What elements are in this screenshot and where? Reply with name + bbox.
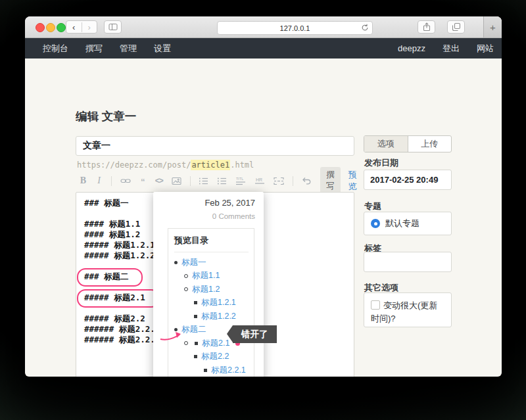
- close-window-button[interactable]: [36, 23, 45, 32]
- toc-item: 标题2.2.1: [204, 363, 249, 377]
- link-icon[interactable]: [120, 175, 131, 186]
- toc-item: 标题1.2: [184, 283, 249, 296]
- toc-link[interactable]: 标题1.1: [192, 270, 220, 281]
- quote-icon[interactable]: “: [139, 174, 147, 189]
- nav-item-write[interactable]: 撰写: [85, 43, 103, 55]
- topic-option-label[interactable]: 默认专题: [385, 218, 419, 229]
- toc-item: 标题1.2.2: [194, 310, 249, 323]
- new-tab-button[interactable]: +: [483, 16, 502, 37]
- preview-popover: Feb 25, 2017 0 Comments 预览目录 标题一 标题1.1 标…: [153, 192, 264, 377]
- square-bullet: [195, 342, 198, 345]
- url-text: 127.0.0.1: [280, 24, 310, 32]
- post-url-preview: https://deepzz.com/post/article1.html: [77, 160, 254, 170]
- square-bullet: [194, 301, 197, 304]
- circle-bullet: [184, 287, 188, 291]
- back-button[interactable]: ‹: [66, 22, 82, 32]
- toc-item: 标题1.2.1: [194, 296, 249, 310]
- address-bar[interactable]: 127.0.0.1: [217, 21, 373, 35]
- code-icon[interactable]: <>: [155, 175, 163, 186]
- browser-titlebar: ‹ › 127.0.0.1: [25, 16, 502, 38]
- tab-options[interactable]: 选项: [364, 136, 408, 152]
- unordered-list-icon[interactable]: [217, 175, 227, 186]
- toc-title: 预览目录: [174, 235, 249, 252]
- app-navbar: 控制台 撰写 管理 设置 deepzz 登出 网站: [25, 38, 502, 58]
- image-icon[interactable]: [172, 175, 181, 186]
- horizontal-rule-icon[interactable]: HR: [254, 175, 265, 186]
- toc-link[interactable]: 标题1.2.1: [201, 297, 236, 308]
- share-icon: [422, 22, 431, 32]
- minimize-window-button[interactable]: [46, 23, 55, 32]
- page-title: 编辑 文章一: [76, 108, 136, 124]
- disc-bullet: [174, 261, 178, 264]
- toc-item: 标题2.2: [194, 350, 249, 364]
- square-bullet: [204, 369, 207, 372]
- toc-item: 标题1.1: [184, 269, 249, 283]
- bold-icon[interactable]: B: [80, 175, 87, 186]
- sidebar-toggle-icon: [108, 22, 118, 32]
- annotation-arrow-icon: [158, 329, 186, 344]
- post-title-input[interactable]: [76, 136, 354, 156]
- slug-highlight: article1: [191, 160, 230, 170]
- italic-icon[interactable]: I: [95, 175, 103, 186]
- toolbar-divider: [293, 176, 293, 186]
- topic-label: 专题: [364, 200, 381, 212]
- topic-option-box: 默认专题: [364, 212, 452, 235]
- circle-bullet: [184, 274, 188, 278]
- tab-upload[interactable]: 上传: [408, 136, 452, 152]
- square-bullet: [194, 315, 197, 318]
- share-button[interactable]: [418, 20, 435, 34]
- annotation-circle-heading2: [77, 268, 143, 287]
- nav-item-username[interactable]: deepzz: [398, 43, 425, 53]
- toc-link[interactable]: 标题一: [181, 257, 206, 268]
- write-mode-button[interactable]: 撰写: [320, 167, 341, 195]
- checkbox-unchecked-icon[interactable]: [371, 300, 380, 310]
- other-options-box: 变动很大(更新时间)?: [364, 292, 452, 327]
- toc-link[interactable]: 标题2.2: [201, 351, 229, 362]
- forward-button[interactable]: ›: [82, 22, 97, 32]
- preview-comments-count: 0 Comments: [212, 212, 255, 220]
- nav-item-site[interactable]: 网站: [477, 43, 494, 55]
- ordered-list-icon[interactable]: [199, 175, 208, 186]
- nav-item-dashboard[interactable]: 控制台: [43, 43, 68, 55]
- plus-icon: +: [490, 22, 496, 33]
- toolbar-divider: [190, 176, 191, 186]
- undo-icon[interactable]: [302, 175, 312, 186]
- page-break-icon[interactable]: [274, 175, 284, 186]
- nav-item-logout[interactable]: 登出: [442, 43, 460, 55]
- publish-date-input[interactable]: [364, 170, 452, 190]
- toc-item: 标题一: [174, 256, 249, 269]
- reload-icon[interactable]: [361, 24, 369, 32]
- radio-selected-icon[interactable]: [371, 219, 380, 228]
- heading-icon[interactable]: TITL: [235, 175, 246, 186]
- square-bullet: [194, 355, 197, 358]
- checkbox-label[interactable]: 变动很大(更新时间)?: [371, 300, 437, 323]
- nav-item-manage[interactable]: 管理: [120, 43, 137, 55]
- editor-mode-buttons: 撰写 预览: [320, 167, 357, 195]
- annotation-tooltip: 错开了: [233, 325, 277, 343]
- toc-link[interactable]: 标题1.2.2: [201, 311, 236, 322]
- svg-text:HR: HR: [256, 177, 262, 181]
- toc-link[interactable]: 标题2.2.1: [211, 365, 246, 376]
- toolbar-divider: [111, 176, 112, 186]
- sidebar-tabs: 选项 上传: [364, 135, 452, 152]
- annotation-circle-heading2-1: [77, 289, 160, 308]
- tab-overview-button[interactable]: [447, 20, 465, 34]
- nav-item-settings[interactable]: 设置: [154, 43, 171, 55]
- browser-window: ‹ › 127.0.0.1: [25, 16, 502, 377]
- history-nav-group: ‹ ›: [66, 20, 97, 34]
- zoom-window-button[interactable]: [57, 23, 66, 32]
- markdown-toolbar: B I “ <>: [80, 172, 357, 190]
- preview-toc-box: 预览目录 标题一 标题1.1 标题1.2 标题1.2.1: [168, 228, 254, 377]
- slug-prefix: https://deepzz.com/post/: [77, 160, 191, 170]
- svg-text:TITL: TITL: [236, 177, 243, 181]
- tags-input[interactable]: [364, 252, 452, 272]
- page-content: 编辑 文章一 https://deepzz.com/post/article1.…: [25, 58, 502, 377]
- publish-date-label: 发布日期: [364, 157, 398, 169]
- tab-overview-icon: [452, 22, 461, 32]
- preview-mode-button[interactable]: 预览: [348, 169, 357, 193]
- toc-link[interactable]: 标题1.2: [192, 284, 220, 295]
- preview-date: Feb 25, 2017: [204, 198, 255, 208]
- sidebar-toggle-button[interactable]: [104, 20, 122, 34]
- toc-link[interactable]: 标题2.1: [202, 338, 229, 349]
- slug-suffix: .html: [230, 160, 254, 170]
